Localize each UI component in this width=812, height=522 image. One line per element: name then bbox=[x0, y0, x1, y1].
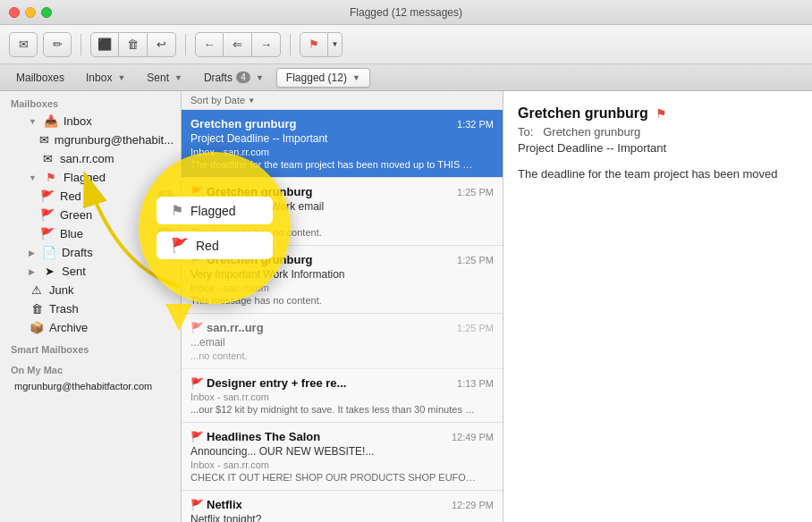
junk-button[interactable]: ↩ bbox=[148, 32, 176, 57]
sidebar-item-inbox[interactable]: ▼ 📥 Inbox bbox=[0, 112, 181, 130]
message-item-4[interactable]: 🚩 san.rr..urg 1:25 PM ...email ...no con… bbox=[182, 314, 503, 369]
archive-icon: ⬛ bbox=[97, 38, 112, 51]
tooltip-red-item[interactable]: 🚩 Red bbox=[156, 232, 273, 259]
inbox-label: Inbox bbox=[63, 114, 173, 128]
sidebar-section-mailboxes: Mailboxes bbox=[0, 91, 181, 112]
sidebar-section-onmymac: On My Mac bbox=[0, 358, 181, 378]
flagged-icon: ⚑ bbox=[43, 171, 59, 184]
msg6-subject: Announcing... OUR NEW WEBSITE!... bbox=[190, 445, 494, 458]
msg5-preview: ...our $12 kit by midnight to save. It t… bbox=[190, 404, 477, 415]
tooltip-flagged-icon: ⚑ bbox=[171, 202, 183, 219]
tab-sent-dropdown: ▼ bbox=[174, 73, 182, 82]
sidebar-item-mgrunburg[interactable]: ✉ mgrunburg@thehabit... bbox=[0, 130, 181, 149]
delete-button[interactable]: 🗑 bbox=[119, 32, 148, 57]
tab-drafts-badge: 4 bbox=[236, 72, 250, 83]
tab-drafts-dropdown: ▼ bbox=[256, 73, 264, 82]
tab-drafts-label: Drafts bbox=[204, 72, 233, 84]
delete-icon: 🗑 bbox=[127, 38, 139, 51]
flag-button[interactable]: ⚑ bbox=[300, 32, 328, 57]
message-item-5[interactable]: 🚩 Designer entry + free re... 1:13 PM In… bbox=[182, 369, 503, 423]
compose-icon: ✏ bbox=[53, 38, 63, 51]
forward-icon: → bbox=[260, 38, 272, 51]
sidebar-section-smart: Smart Mailboxes bbox=[0, 337, 181, 358]
toolbar-separator-3 bbox=[290, 34, 291, 55]
sidebar-item-archive[interactable]: 📦 Archive bbox=[0, 318, 181, 337]
maximize-button[interactable] bbox=[41, 7, 52, 18]
tooltip-flagged-label: Flagged bbox=[190, 204, 236, 218]
msg1-sender: Gretchen grunburg bbox=[190, 117, 296, 130]
window-title: Flagged (12 messages) bbox=[350, 6, 462, 19]
msg1-header: Gretchen grunburg 1:32 PM bbox=[190, 117, 494, 130]
trash-label: Trash bbox=[49, 302, 173, 316]
msg1-time: 1:32 PM bbox=[457, 119, 494, 130]
tooltip-red-label: Red bbox=[196, 239, 219, 253]
reading-pane: Gretchen grunburg ⚑ To: Gretchen grunbur… bbox=[503, 91, 812, 522]
red-flag-icon: 🚩 bbox=[39, 189, 55, 203]
message-item-7[interactable]: 🚩 Netflix 12:29 PM Netflix tonight? Inbo… bbox=[182, 491, 503, 522]
sort-bar[interactable]: Sort by Date ▼ bbox=[182, 91, 503, 110]
reading-flag-icon: ⚑ bbox=[656, 106, 667, 121]
archive-button[interactable]: ⬛ bbox=[90, 32, 119, 57]
msg6-time: 12:49 PM bbox=[452, 432, 494, 442]
reading-body: The deadline for the team project has be… bbox=[518, 165, 798, 183]
reply-icon: ← bbox=[204, 38, 216, 51]
reply-group: ← ⇐ → bbox=[195, 32, 281, 57]
junk-sidebar-icon: ⚠ bbox=[29, 283, 45, 297]
tooltip-flagged-item[interactable]: ⚑ Flagged bbox=[156, 197, 273, 224]
archive-label: Archive bbox=[49, 321, 173, 334]
reading-to-address: Gretchen grunburg bbox=[543, 125, 640, 139]
msg7-subject: Netflix tonight? bbox=[190, 513, 494, 522]
msg6-flag-icon: 🚩 bbox=[190, 431, 204, 443]
minimize-button[interactable] bbox=[25, 7, 36, 18]
msg4-flag-icon: 🚩 bbox=[190, 322, 204, 334]
tab-drafts[interactable]: Drafts 4 ▼ bbox=[195, 68, 273, 88]
get-mail-button[interactable]: ✉ bbox=[9, 32, 38, 57]
reading-to-label: To: bbox=[518, 125, 533, 139]
tab-mailboxes[interactable]: Mailboxes bbox=[7, 68, 73, 88]
mgrunburg-icon: ✉ bbox=[39, 133, 50, 147]
flag-group: ⚑ ▼ bbox=[300, 32, 343, 57]
inbox-icon: 📥 bbox=[43, 114, 59, 128]
tabbar: Mailboxes Inbox ▼ Sent ▼ Drafts 4 ▼ Flag… bbox=[0, 64, 812, 91]
msg6-header: 🚩 Headlines The Salon 12:49 PM bbox=[190, 430, 494, 443]
forward-button[interactable]: → bbox=[252, 32, 281, 57]
tab-flagged[interactable]: Flagged (12) ▼ bbox=[276, 68, 370, 88]
tab-sent[interactable]: Sent ▼ bbox=[138, 68, 191, 88]
reply-all-button[interactable]: ⇐ bbox=[224, 32, 252, 57]
reading-to-line: To: Gretchen grunburg bbox=[518, 125, 798, 139]
msg4-header: 🚩 san.rr..urg 1:25 PM bbox=[190, 321, 494, 334]
message-item-6[interactable]: 🚩 Headlines The Salon 12:49 PM Announcin… bbox=[182, 423, 503, 491]
msg7-sender: Netflix bbox=[207, 498, 242, 511]
msg2-time: 1:25 PM bbox=[457, 187, 494, 198]
reading-subject: Project Deadline -- Important bbox=[518, 141, 798, 155]
reply-button[interactable]: ← bbox=[195, 32, 224, 57]
archive-sidebar-icon: 📦 bbox=[29, 321, 45, 334]
drafts-icon: 📄 bbox=[41, 246, 57, 259]
inbox-expand-icon: ▼ bbox=[29, 117, 37, 126]
drafts-expand-icon: ▶ bbox=[29, 248, 35, 257]
toolbar-separator-1 bbox=[80, 34, 81, 55]
traffic-lights bbox=[9, 7, 52, 18]
tab-inbox-label: Inbox bbox=[86, 72, 112, 84]
compose-button[interactable]: ✏ bbox=[43, 32, 72, 57]
flag-dropdown-icon: ▼ bbox=[332, 40, 339, 48]
msg5-source: Inbox - san.rr.com bbox=[190, 392, 494, 402]
close-button[interactable] bbox=[9, 7, 20, 18]
tooltip-arrow bbox=[165, 304, 192, 331]
tab-flagged-label: Flagged (12) bbox=[286, 72, 347, 84]
flag-dropdown-button[interactable]: ▼ bbox=[328, 32, 343, 57]
sidebar-item-mgrunburg-local[interactable]: mgrunburg@thehabitfactor.com bbox=[0, 378, 181, 394]
msg4-subject: ...email bbox=[190, 336, 494, 349]
msg5-header: 🚩 Designer entry + free re... 1:13 PM bbox=[190, 376, 494, 390]
mgrunburg-local-label: mgrunburg@thehabitfactor.com bbox=[14, 381, 173, 392]
sort-dropdown-icon: ▼ bbox=[248, 97, 255, 105]
tooltip-circle: ⚑ Flagged 🚩 Red bbox=[139, 152, 291, 304]
msg1-subject: Project Deadline -- Important bbox=[190, 132, 494, 145]
tab-mailboxes-label: Mailboxes bbox=[16, 72, 64, 84]
tooltip-red-icon: 🚩 bbox=[171, 237, 189, 254]
tab-inbox[interactable]: Inbox ▼ bbox=[77, 68, 134, 88]
reply-all-icon: ⇐ bbox=[233, 38, 242, 51]
main-layout: Mailboxes ▼ 📥 Inbox ✉ mgrunburg@thehabit… bbox=[0, 91, 812, 522]
msg5-flag-icon: 🚩 bbox=[190, 377, 204, 390]
trash-sidebar-icon: 🗑 bbox=[29, 302, 45, 316]
